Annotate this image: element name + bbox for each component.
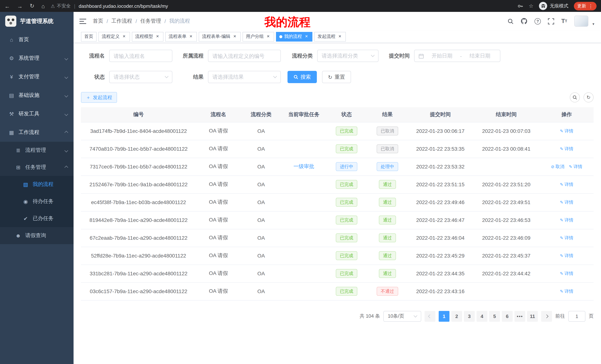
tab-用户分组[interactable]: 用户分组×: [242, 32, 274, 41]
goto-page-input[interactable]: [568, 311, 585, 322]
close-icon[interactable]: ×: [188, 34, 193, 39]
sidebar-item-todo-tasks[interactable]: ◉待办任务: [0, 193, 74, 210]
result-select[interactable]: 请选择流结果: [208, 71, 281, 83]
detail-link[interactable]: ✎详情: [560, 182, 573, 188]
cell-result: 已取消: [367, 122, 408, 140]
tab-首页[interactable]: 首页: [81, 32, 97, 41]
font-size-icon[interactable]: TT: [561, 18, 567, 24]
tab-流程模型[interactable]: 流程模型×: [132, 32, 163, 41]
table-row: 3ad174fb-7b9d-11ec-8404-acde48001122OA 请…: [81, 122, 594, 140]
browser-menu-icon[interactable]: ⋮: [588, 3, 593, 8]
tab-流程表单-编辑[interactable]: 流程表单-编辑×: [199, 32, 241, 41]
url-text[interactable]: dashboard.yudao.iocoder.cn/bpm/task/my: [79, 3, 168, 9]
process-name-input-field[interactable]: [114, 53, 168, 59]
search-button[interactable]: 搜索: [288, 71, 317, 83]
sidebar-item-infrastructure[interactable]: ▤基础设施: [0, 86, 74, 105]
prev-page-button[interactable]: [425, 311, 435, 322]
sidebar-item-my-process[interactable]: ▧我的流程: [0, 176, 74, 193]
start-date-placeholder[interactable]: 开始日期: [426, 52, 458, 59]
content: 流程名 所属流程 流程分类 请选择流程分类: [74, 43, 601, 364]
category-select[interactable]: 请选择流程分类: [317, 50, 379, 62]
browser-back-icon[interactable]: ←: [4, 3, 10, 9]
end-date-placeholder[interactable]: 结束日期: [464, 52, 496, 59]
sidebar-item-payment-management[interactable]: ¥支付管理: [0, 67, 74, 86]
hamburger-icon[interactable]: [80, 18, 86, 24]
detail-link[interactable]: ✎详情: [560, 217, 573, 223]
detail-link[interactable]: ✎详情: [560, 128, 573, 134]
sidebar-item-system-management[interactable]: ⚙系统管理: [0, 49, 74, 67]
column-header-actions: 操作: [540, 107, 594, 122]
detail-link[interactable]: ✎详情: [560, 270, 573, 277]
sidebar-item-task-management[interactable]: ⊞任务管理: [0, 159, 74, 176]
close-icon[interactable]: ×: [155, 34, 160, 39]
avatar[interactable]: [574, 16, 588, 27]
security-warning[interactable]: ⚠ 不安全: [51, 3, 70, 9]
breadcrumb-task-management[interactable]: 任务管理: [140, 18, 161, 25]
sidebar-item-dev-tools[interactable]: ⚒研发工具: [0, 105, 74, 123]
detail-link[interactable]: ✎详情: [560, 199, 573, 206]
close-icon[interactable]: ×: [232, 34, 237, 39]
key-icon[interactable]: [518, 3, 523, 9]
next-page-button[interactable]: [541, 311, 552, 322]
process-definition-input-field[interactable]: [212, 53, 276, 59]
page-2[interactable]: 2: [451, 311, 462, 322]
current-task-link[interactable]: 一级审批: [293, 163, 314, 169]
page-5[interactable]: 5: [489, 311, 500, 322]
detail-link[interactable]: ✎详情: [569, 164, 582, 170]
browser-home-icon[interactable]: ⌂: [41, 3, 45, 9]
bookmark-star-icon[interactable]: ☆: [529, 3, 533, 9]
breadcrumb-workflow[interactable]: 工作流程: [111, 18, 132, 25]
status-select[interactable]: 请选择状态: [109, 71, 172, 83]
cell-status: 已完成: [326, 247, 367, 265]
page-11[interactable]: 11: [527, 311, 538, 322]
page-3[interactable]: 3: [464, 311, 475, 322]
chevron-down-icon: [165, 74, 169, 78]
tab-label: 流程表单: [169, 33, 186, 40]
tab-流程表单[interactable]: 流程表单×: [165, 32, 197, 41]
browser-forward-icon[interactable]: →: [17, 3, 23, 9]
breadcrumb-home[interactable]: 首页: [93, 18, 103, 25]
cancel-link[interactable]: ⊘取消: [551, 164, 564, 170]
search-icon[interactable]: [507, 18, 514, 24]
pager-ellipsis[interactable]: •••: [514, 311, 525, 322]
search-toggle-button[interactable]: [570, 92, 580, 102]
sidebar-item-home[interactable]: ⌂首页: [0, 30, 74, 49]
page-4[interactable]: 4: [477, 311, 487, 322]
refresh-table-button[interactable]: ↻: [583, 92, 594, 102]
browser-refresh-icon[interactable]: ↻: [30, 3, 34, 9]
page-1[interactable]: 1: [439, 311, 450, 322]
browser-update-button[interactable]: 更新 ⋮: [574, 2, 597, 10]
close-icon[interactable]: ×: [337, 34, 342, 39]
cell-result: 通过: [367, 193, 408, 211]
column-header-process-name: 流程名: [196, 107, 241, 122]
cell-actions: ⊘取消✎详情: [540, 158, 594, 175]
reset-button[interactable]: ↻ 重置: [322, 71, 351, 83]
logo-area[interactable]: 芋道管理系统: [0, 12, 74, 30]
process-name-input[interactable]: [109, 50, 172, 62]
submit-time-range-picker[interactable]: 开始日期 - 结束日期: [414, 50, 500, 62]
github-icon[interactable]: [521, 18, 527, 25]
close-icon[interactable]: ×: [304, 34, 309, 39]
sidebar-item-workflow[interactable]: ▦工作流程: [0, 123, 74, 142]
detail-link[interactable]: ✎详情: [560, 235, 573, 241]
page-size-select[interactable]: 10条/页: [383, 311, 421, 322]
tab-流程定义[interactable]: 流程定义×: [99, 32, 130, 41]
start-process-button[interactable]: ＋ 发起流程: [81, 92, 117, 103]
detail-link[interactable]: ✎详情: [560, 146, 573, 152]
detail-link[interactable]: ✎详情: [560, 288, 573, 295]
help-icon[interactable]: ?: [534, 18, 541, 24]
goto-page-input-field[interactable]: [569, 313, 585, 319]
sidebar-item-process-management[interactable]: ≣流程管理: [0, 142, 74, 159]
sidebar-item-done-tasks[interactable]: ✔已办任务: [0, 210, 74, 227]
page-6[interactable]: 6: [502, 311, 513, 322]
fullscreen-icon[interactable]: [548, 18, 554, 24]
address-bar[interactable]: ⚠ 不安全 | dashboard.yudao.iocoder.cn/bpm/t…: [51, 3, 518, 9]
sidebar-item-leave-query[interactable]: ☻请假查询: [0, 227, 74, 244]
close-icon[interactable]: ×: [266, 34, 271, 39]
close-icon[interactable]: ×: [121, 34, 127, 39]
tab-发起流程[interactable]: 发起流程×: [314, 32, 346, 41]
tab-我的流程[interactable]: 我的流程×: [276, 32, 312, 41]
action-label: 详情: [564, 270, 573, 277]
process-definition-input[interactable]: [208, 50, 281, 62]
detail-link[interactable]: ✎详情: [560, 253, 573, 259]
